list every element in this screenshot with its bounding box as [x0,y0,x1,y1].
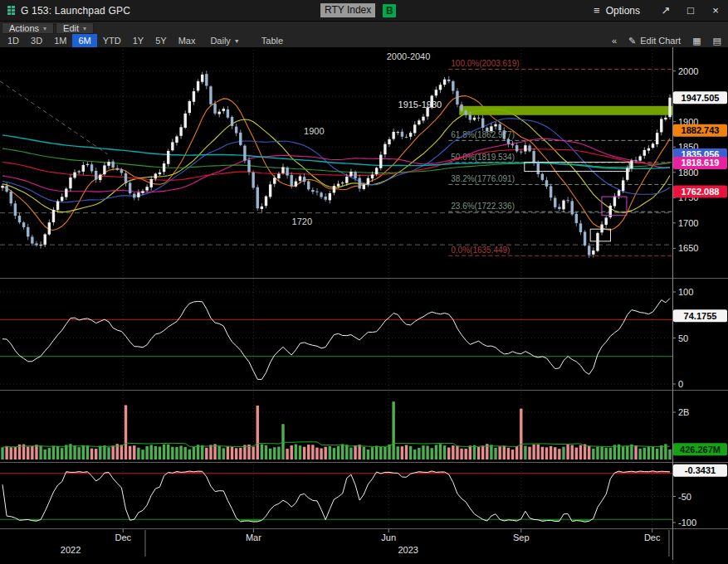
rsi-panel [0,299,672,380]
svg-text:38.2%(1776.091): 38.2%(1776.091) [451,174,515,183]
period-tabs: 1D3D1M6MYTD1Y5YMax [2,34,201,47]
frequency-dropdown[interactable]: Daily ▼ [204,34,245,47]
volume-panel [1,401,671,459]
period-button-6m[interactable]: 6M [72,34,96,47]
security-class-badge[interactable]: B [383,4,396,17]
edit-chart-button[interactable]: ✎ Edit Chart [628,36,681,46]
pencil-icon: ✎ [628,36,636,46]
svg-text:2000: 2000 [678,66,698,76]
edit-chart-label: Edit Chart [640,36,681,46]
menu-actions[interactable]: Actions▾ [2,22,54,34]
caret-down-icon: ▾ [83,25,86,32]
svg-text:Jun: Jun [381,532,396,542]
svg-text:2000-2040: 2000-2040 [387,51,431,61]
svg-text:2023: 2023 [398,545,418,555]
svg-text:1882.743: 1882.743 [682,125,720,135]
period-button-1y[interactable]: 1Y [127,34,149,47]
caret-down-icon: ▾ [43,25,46,32]
svg-text:74.1755: 74.1755 [684,311,717,321]
chart-toolbar: 1D3D1M6MYTD1Y5YMax Daily ▼ Table « ✎ Edi… [0,34,728,47]
menubar: Actions▾Edit▾ [0,22,728,34]
security-input[interactable]: RTY Index [320,3,375,17]
launchpad-gpc-window: G 153: Launchpad GPC RTY Index B ≡ Optio… [0,0,728,564]
svg-text:0: 0 [678,379,683,389]
chart-settings-icon[interactable]: ▤ [713,36,721,46]
gpc-chart[interactable]: 100.0%(2003.619)61.8%(1862.977)50.0%(181… [0,47,728,564]
options-label: Options [606,5,640,17]
caret-down-icon: ▼ [234,38,240,44]
svg-text:-0.3431: -0.3431 [685,465,716,475]
menu-label: Actions [9,23,39,33]
security-field: RTY Index B [320,3,396,17]
period-button-1d[interactable]: 1D [2,34,25,47]
period-button-max[interactable]: Max [173,34,202,47]
svg-text:1762.088: 1762.088 [682,187,720,197]
svg-text:100: 100 [678,287,693,297]
axis: 200019501900185018001750170016501005002B… [0,47,728,560]
svg-text:Mar: Mar [246,532,261,542]
window-title: G 153: Launchpad GPC [21,5,130,17]
options-menu[interactable]: ≡ Options [594,4,640,17]
svg-text:-50: -50 [678,492,691,502]
svg-text:1818.619: 1818.619 [682,158,720,168]
chart-grid-icon[interactable]: ▦ [692,36,701,46]
collapse-panel-icon[interactable]: « [612,36,617,46]
svg-text:1650: 1650 [678,243,698,253]
svg-text:23.6%(1722.336): 23.6%(1722.336) [451,202,515,211]
period-button-ytd[interactable]: YTD [97,34,127,47]
svg-text:Dec: Dec [644,532,661,542]
svg-text:1915-1930: 1915-1930 [398,100,442,109]
menu-edit[interactable]: Edit▾ [56,22,94,34]
svg-text:1947.505: 1947.505 [682,93,720,103]
svg-text:50: 50 [678,333,688,343]
price-levels: 100.0%(2003.619)61.8%(1862.977)50.0%(181… [0,59,672,255]
svg-text:-100: -100 [678,518,696,528]
svg-text:0.0%(1635.449): 0.0%(1635.449) [451,246,510,255]
svg-text:2022: 2022 [61,545,81,555]
window-controls: ≡ Options ↗ □ × [594,4,728,17]
svg-text:Dec: Dec [115,532,131,542]
axis-badges: 1947.5051882.7431835.0561818.6191762.088… [673,91,727,477]
svg-text:1700: 1700 [678,218,698,228]
period-button-5y[interactable]: 5Y [149,34,172,47]
svg-text:Sep: Sep [513,532,530,542]
table-button[interactable]: Table [256,34,289,47]
hamburger-icon: ≡ [594,4,600,17]
frequency-label: Daily [210,36,230,46]
annotation-texts: 2000-20401915-193019001720 [292,51,442,226]
launchpad-grid-icon[interactable] [7,6,15,15]
period-button-3d[interactable]: 3D [25,34,48,47]
table-label: Table [261,36,283,46]
svg-text:1900: 1900 [304,126,324,136]
menu-label: Edit [63,23,79,33]
period-button-1m[interactable]: 1M [48,34,72,47]
svg-text:426.267M: 426.267M [680,445,721,455]
moving-averages [2,96,670,231]
target-zone-band [459,106,672,115]
svg-text:100.0%(2003.619): 100.0%(2003.619) [451,59,519,68]
close-icon[interactable]: × [703,4,728,17]
svg-text:2B: 2B [678,407,689,417]
popout-icon[interactable]: ↗ [653,4,678,17]
toolbar-right: « ✎ Edit Chart ▦ ▤ [612,34,728,47]
svg-text:1720: 1720 [292,216,312,226]
maximize-icon[interactable]: □ [678,4,703,17]
titlebar: G 153: Launchpad GPC RTY Index B ≡ Optio… [0,0,728,22]
